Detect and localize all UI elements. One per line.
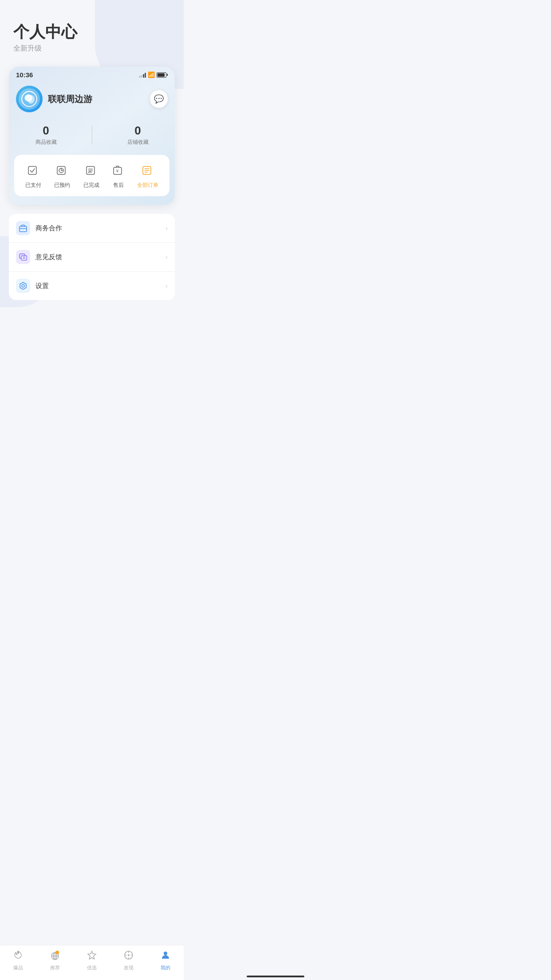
business-arrow: › xyxy=(165,225,168,232)
orders-card: 已支付 已预约 xyxy=(14,155,169,196)
status-icons: 📶 xyxy=(139,71,168,78)
completed-label: 已完成 xyxy=(83,182,99,189)
stats-section: 0 商品收藏 0 店铺收藏 xyxy=(9,119,175,155)
feedback-icon xyxy=(16,250,30,264)
menu-item-settings[interactable]: 设置 › xyxy=(9,272,175,300)
paid-icon xyxy=(28,165,39,179)
page-header: 个人中心 全新升级 xyxy=(0,0,184,62)
message-icon: 💬 xyxy=(154,94,164,104)
svg-point-22 xyxy=(22,285,24,287)
business-icon xyxy=(16,221,30,235)
svg-rect-6 xyxy=(87,166,94,174)
order-aftersale[interactable]: ¥ 售后 xyxy=(108,162,129,192)
stat-goods-collect: 0 商品收藏 xyxy=(35,124,57,146)
store-collect-label: 店铺收藏 xyxy=(127,138,149,146)
goods-collect-number: 0 xyxy=(35,124,57,138)
status-time: 10:36 xyxy=(16,71,33,79)
order-paid[interactable]: 已支付 xyxy=(21,162,46,192)
paid-label: 已支付 xyxy=(25,182,41,189)
orders-grid: 已支付 已预约 xyxy=(19,162,165,192)
all-orders-label: 全部订单 xyxy=(137,182,158,189)
all-orders-icon xyxy=(142,165,153,179)
menu-item-business[interactable]: 商务合作 › xyxy=(9,214,175,243)
aftersale-label: 售后 xyxy=(113,182,124,189)
signal-icon xyxy=(139,72,146,78)
stat-store-collect: 0 店铺收藏 xyxy=(127,124,149,146)
svg-rect-18 xyxy=(21,256,27,260)
menu-list: 商务合作 › 意见反馈 › 设置 › xyxy=(9,214,175,300)
settings-arrow: › xyxy=(165,282,168,289)
settings-icon xyxy=(16,279,30,293)
page-title: 个人中心 xyxy=(13,22,170,41)
svg-text:¥: ¥ xyxy=(116,169,119,173)
avatar xyxy=(16,86,43,112)
username: 联联周边游 xyxy=(48,93,145,105)
svg-marker-21 xyxy=(20,282,26,289)
order-reserved[interactable]: 已预约 xyxy=(50,162,75,192)
menu-item-feedback[interactable]: 意见反馈 › xyxy=(9,243,175,272)
wifi-icon: 📶 xyxy=(148,71,155,78)
svg-rect-15 xyxy=(20,226,27,232)
order-completed[interactable]: 已完成 xyxy=(79,162,104,192)
goods-collect-label: 商品收藏 xyxy=(35,138,57,146)
business-label: 商务合作 xyxy=(35,224,165,233)
store-collect-number: 0 xyxy=(127,124,149,138)
aftersale-icon: ¥ xyxy=(113,165,124,179)
profile-section: 联联周边游 💬 xyxy=(9,81,175,119)
reserved-icon xyxy=(56,165,68,179)
battery-icon xyxy=(157,72,168,78)
phone-card: 10:36 📶 xyxy=(9,67,175,205)
status-bar: 10:36 📶 xyxy=(9,67,175,81)
feedback-label: 意见反馈 xyxy=(35,253,165,261)
feedback-arrow: › xyxy=(165,253,168,261)
page-subtitle: 全新升级 xyxy=(13,44,170,53)
message-button[interactable]: 💬 xyxy=(150,90,168,108)
stat-divider xyxy=(92,126,92,144)
settings-label: 设置 xyxy=(35,282,165,290)
svg-rect-1 xyxy=(28,166,36,174)
order-all[interactable]: 全部订单 xyxy=(133,162,163,192)
reserved-label: 已预约 xyxy=(54,182,70,189)
completed-icon xyxy=(86,165,97,179)
